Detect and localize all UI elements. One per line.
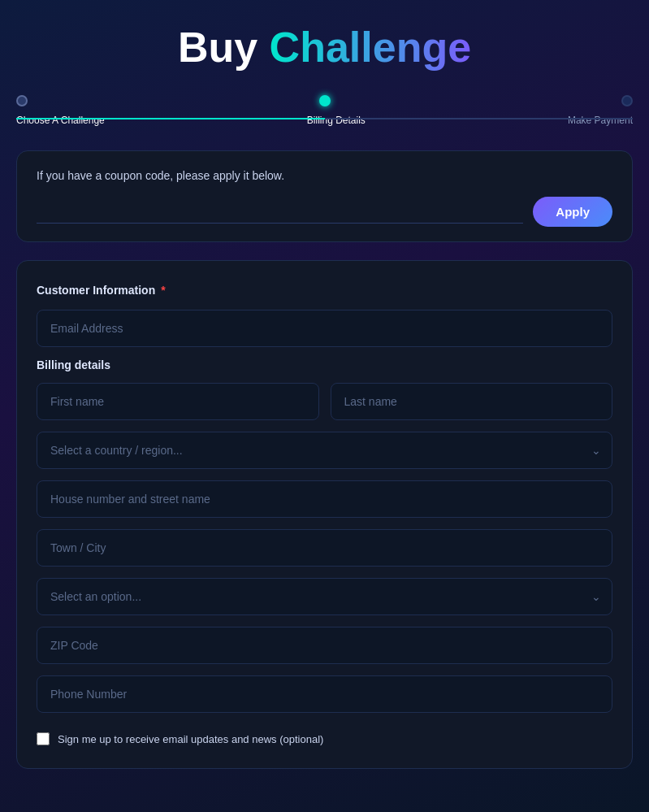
email-updates-checkbox[interactable] <box>37 732 50 745</box>
state-select[interactable]: Select an option... <box>37 578 612 615</box>
last-name-input[interactable] <box>331 383 613 420</box>
address-input[interactable] <box>37 480 612 518</box>
email-updates-label: Sign me up to receive email updates and … <box>58 733 323 745</box>
customer-info-label: Customer Information * <box>37 284 612 297</box>
phone-input[interactable] <box>37 675 612 713</box>
email-input[interactable] <box>37 310 612 347</box>
city-input[interactable] <box>37 529 612 567</box>
country-select[interactable]: Select a country / region... <box>37 432 612 469</box>
apply-button[interactable]: Apply <box>533 197 612 227</box>
progress-label-1: Choose A Challenge <box>16 115 105 126</box>
coupon-description: If you have a coupon code, please apply … <box>37 169 612 182</box>
state-select-wrapper[interactable]: Select an option... ⌄ <box>37 578 612 615</box>
progress-step-3 <box>621 95 633 106</box>
coupon-section: If you have a coupon code, please apply … <box>16 150 633 242</box>
required-indicator: * <box>161 284 165 297</box>
progress-label-3: Make Payment <box>568 115 633 126</box>
progress-bar: Choose A Challenge Billing Details Make … <box>16 95 633 126</box>
form-section: Customer Information * Billing details S… <box>16 260 633 769</box>
progress-step-1 <box>16 95 28 106</box>
billing-label: Billing details <box>37 358 612 371</box>
coupon-input[interactable] <box>37 200 523 224</box>
zip-input[interactable] <box>37 627 612 664</box>
progress-label-2: Billing Details <box>307 115 366 126</box>
progress-step-2 <box>319 95 331 106</box>
first-name-input[interactable] <box>37 383 319 420</box>
country-select-wrapper[interactable]: Select a country / region... ⌄ <box>37 432 612 469</box>
email-updates-row: Sign me up to receive email updates and … <box>37 732 612 745</box>
page-title: Buy Challenge <box>178 24 471 71</box>
